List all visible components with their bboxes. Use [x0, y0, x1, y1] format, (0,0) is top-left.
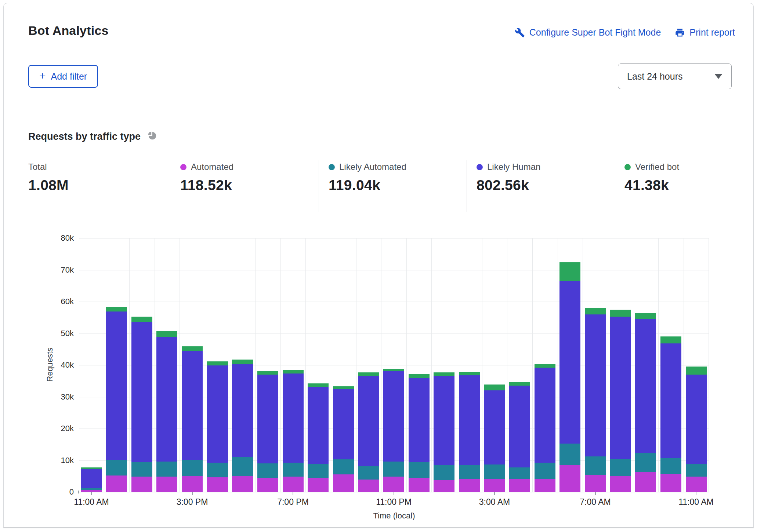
bar-600pm-likely-automated[interactable] — [257, 463, 278, 478]
bar-900pm-likely-automated[interactable] — [333, 459, 354, 475]
print-report-link[interactable]: Print report — [675, 27, 735, 38]
bar-100am-likely-automated[interactable] — [434, 465, 454, 480]
bar-100pm-likely-automated[interactable] — [131, 462, 152, 477]
bar-1200am-likely-human[interactable] — [409, 378, 430, 462]
bar-400am-likely-automated[interactable] — [509, 467, 530, 479]
bar-1100am-automated[interactable] — [686, 477, 707, 492]
bar-1000am-likely-human[interactable] — [660, 343, 681, 458]
bar-500am-verified-bot[interactable] — [535, 364, 555, 368]
bar-200am-likely-human[interactable] — [459, 375, 480, 465]
bar-1000am-likely-automated[interactable] — [660, 458, 681, 474]
bar-1000pm-likely-automated[interactable] — [358, 466, 379, 480]
bar-1200pm-likely-human[interactable] — [106, 311, 127, 460]
time-range-dropdown[interactable]: Last 24 hours — [618, 63, 732, 89]
bar-400am-likely-human[interactable] — [509, 386, 530, 467]
bar-500am-automated[interactable] — [535, 479, 555, 492]
bar-100am-automated[interactable] — [434, 480, 454, 492]
bar-1200am-verified-bot[interactable] — [409, 374, 430, 378]
bar-1200am-likely-automated[interactable] — [409, 462, 430, 478]
bar-500am-likely-automated[interactable] — [535, 463, 555, 480]
bar-100pm-automated[interactable] — [131, 477, 152, 492]
bar-300pm-automated[interactable] — [182, 476, 203, 492]
bar-1100am-likely-human[interactable] — [686, 375, 707, 464]
bar-400am-verified-bot[interactable] — [509, 382, 530, 386]
bar-1000pm-automated[interactable] — [358, 480, 379, 492]
bar-700am-verified-bot[interactable] — [585, 308, 606, 314]
bar-700pm-likely-human[interactable] — [283, 374, 304, 463]
bar-300am-automated[interactable] — [484, 479, 505, 492]
bar-100am-likely-human[interactable] — [434, 376, 454, 466]
bar-300pm-likely-human[interactable] — [182, 351, 203, 460]
bar-300am-likely-automated[interactable] — [484, 464, 505, 479]
bar-1100am-likely-automated[interactable] — [81, 488, 102, 490]
bar-1100am-likely-automated[interactable] — [686, 464, 707, 477]
bar-100pm-likely-human[interactable] — [131, 322, 152, 462]
bar-400am-automated[interactable] — [509, 479, 530, 492]
bar-700pm-automated[interactable] — [283, 477, 304, 492]
bar-300pm-verified-bot[interactable] — [182, 346, 203, 351]
bar-1100am-verified-bot[interactable] — [81, 467, 102, 469]
bar-800pm-likely-automated[interactable] — [308, 464, 329, 478]
bar-800am-likely-automated[interactable] — [610, 459, 631, 476]
bar-200am-automated[interactable] — [459, 479, 480, 492]
bar-600am-automated[interactable] — [559, 465, 580, 492]
bar-1200am-automated[interactable] — [409, 478, 430, 492]
bar-200am-verified-bot[interactable] — [459, 372, 480, 375]
bar-300am-likely-human[interactable] — [484, 390, 505, 464]
bar-900pm-likely-human[interactable] — [333, 389, 354, 459]
bar-800pm-automated[interactable] — [308, 478, 329, 492]
bar-800am-automated[interactable] — [610, 476, 631, 492]
bar-400pm-likely-automated[interactable] — [207, 463, 228, 478]
bar-500pm-likely-automated[interactable] — [232, 457, 253, 476]
bar-900am-automated[interactable] — [635, 472, 656, 492]
bar-1200pm-automated[interactable] — [106, 475, 127, 492]
bar-900pm-verified-bot[interactable] — [333, 386, 354, 389]
configure-super-bot-fight-mode-link[interactable]: Configure Super Bot Fight Mode — [515, 27, 661, 38]
bar-600am-verified-bot[interactable] — [559, 262, 580, 281]
bar-1100pm-automated[interactable] — [383, 477, 404, 492]
bar-300pm-likely-automated[interactable] — [182, 460, 203, 476]
bar-1100pm-verified-bot[interactable] — [383, 369, 404, 372]
bar-1100pm-likely-automated[interactable] — [383, 462, 404, 477]
bar-900am-likely-human[interactable] — [635, 319, 656, 453]
bar-1200pm-likely-automated[interactable] — [106, 460, 127, 475]
bar-200pm-likely-automated[interactable] — [156, 462, 177, 477]
bar-200pm-verified-bot[interactable] — [156, 331, 177, 337]
bar-400pm-likely-human[interactable] — [207, 365, 228, 463]
bar-1000pm-likely-human[interactable] — [358, 376, 379, 466]
bar-800am-likely-human[interactable] — [610, 317, 631, 459]
bar-100pm-verified-bot[interactable] — [131, 317, 152, 323]
bar-500pm-automated[interactable] — [232, 476, 253, 492]
bar-400pm-automated[interactable] — [207, 477, 228, 492]
bar-100am-verified-bot[interactable] — [434, 372, 454, 376]
bar-500pm-verified-bot[interactable] — [232, 360, 253, 364]
bar-1000pm-verified-bot[interactable] — [358, 372, 379, 376]
bar-200am-likely-automated[interactable] — [459, 465, 480, 479]
bar-600am-likely-automated[interactable] — [559, 444, 580, 466]
bar-400pm-verified-bot[interactable] — [207, 361, 228, 365]
bar-1000am-verified-bot[interactable] — [660, 336, 681, 343]
bar-1100am-likely-human[interactable] — [81, 469, 102, 488]
bar-700pm-likely-automated[interactable] — [283, 463, 304, 477]
bar-200pm-automated[interactable] — [156, 477, 177, 492]
bar-600pm-automated[interactable] — [257, 478, 278, 492]
bar-1000am-automated[interactable] — [660, 474, 681, 492]
bar-800pm-verified-bot[interactable] — [308, 383, 329, 387]
bar-900pm-automated[interactable] — [333, 474, 354, 492]
bar-1100pm-likely-human[interactable] — [383, 371, 404, 462]
bar-600pm-verified-bot[interactable] — [257, 371, 278, 375]
bar-700am-likely-human[interactable] — [585, 314, 606, 456]
bar-500am-likely-human[interactable] — [535, 368, 555, 463]
bar-600am-likely-human[interactable] — [559, 281, 580, 444]
bar-900am-verified-bot[interactable] — [635, 313, 656, 319]
bar-700am-automated[interactable] — [585, 475, 606, 492]
bar-800am-verified-bot[interactable] — [610, 310, 631, 316]
bar-500pm-likely-human[interactable] — [232, 364, 253, 457]
bar-800pm-likely-human[interactable] — [308, 387, 329, 464]
bar-200pm-likely-human[interactable] — [156, 337, 177, 462]
add-filter-button[interactable]: + Add filter — [28, 65, 98, 88]
bar-1200pm-verified-bot[interactable] — [106, 307, 127, 311]
bar-700pm-verified-bot[interactable] — [283, 370, 304, 374]
bar-700am-likely-automated[interactable] — [585, 456, 606, 475]
bar-1100am-verified-bot[interactable] — [686, 367, 707, 375]
